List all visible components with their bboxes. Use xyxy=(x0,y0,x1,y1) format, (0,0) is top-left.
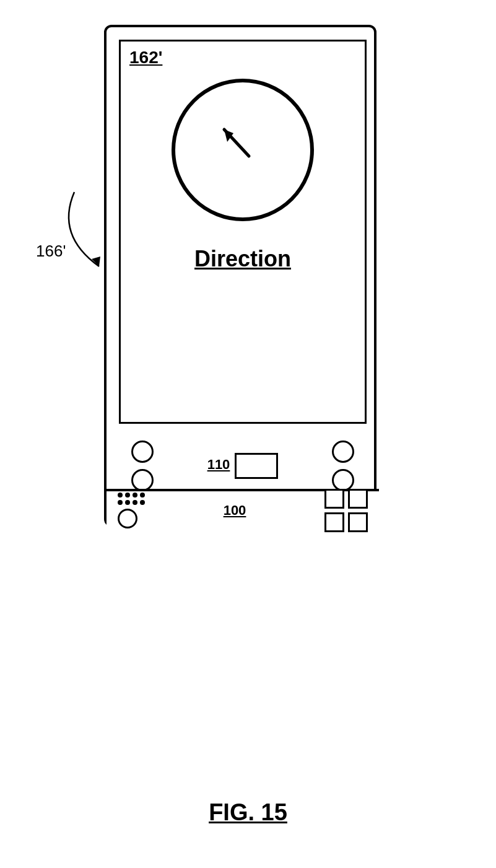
dot xyxy=(118,493,123,498)
dot xyxy=(133,500,137,505)
dock-circle-button[interactable] xyxy=(118,509,137,528)
dot xyxy=(140,493,145,498)
dot xyxy=(118,500,123,505)
center-rect-button[interactable] xyxy=(235,453,278,479)
dock-square-2[interactable] xyxy=(348,489,368,509)
compass-arrow-icon xyxy=(202,110,283,190)
figure-caption: FIG. 15 xyxy=(209,799,287,826)
dock-square-4[interactable] xyxy=(348,512,368,532)
dot xyxy=(133,493,137,498)
label-100: 100 xyxy=(224,502,246,519)
direction-label: Direction xyxy=(194,246,291,272)
label-162: 162' xyxy=(129,48,162,68)
device-dock: 100 xyxy=(107,489,379,529)
circle-button-bottom-left[interactable] xyxy=(131,469,154,491)
device-body: 162' Direction xyxy=(104,25,376,527)
dock-left xyxy=(118,493,145,528)
compass-circle[interactable] xyxy=(172,79,314,221)
circle-button-top-left[interactable] xyxy=(131,441,154,463)
phone-screen: 162' Direction xyxy=(119,40,367,424)
dots-grid-icon xyxy=(118,493,145,505)
circle-button-top-right[interactable] xyxy=(332,441,354,463)
dock-square-1[interactable] xyxy=(324,489,344,509)
right-buttons xyxy=(332,441,354,491)
dot xyxy=(125,493,130,498)
dock-squares xyxy=(324,489,368,532)
center-controls: 110 xyxy=(207,453,279,479)
dock-square-3[interactable] xyxy=(324,512,344,532)
dot xyxy=(125,500,130,505)
left-buttons xyxy=(131,441,154,491)
dot xyxy=(140,500,145,505)
page: 166' 162' Dir xyxy=(0,0,496,868)
label-110: 110 xyxy=(207,457,230,473)
